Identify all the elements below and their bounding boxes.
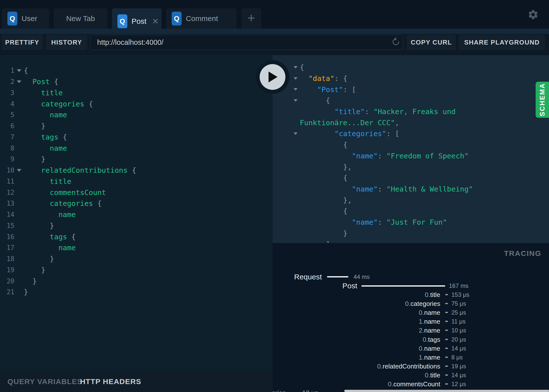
response-pane[interactable]: {"data": {"Post": [{"title": "Hacker, Fr… xyxy=(273,55,549,243)
editor-line[interactable]: 14name xyxy=(0,209,273,220)
editor-line[interactable]: 20} xyxy=(0,275,273,287)
resolver-duration: 75 μs xyxy=(451,299,466,308)
resolver-duration: 12 μs xyxy=(451,380,466,389)
code-text: name xyxy=(24,244,76,252)
query-editor-lines: 1{2Post {3title4categories {5name6}7tags… xyxy=(0,65,273,298)
fold-arrow-icon[interactable] xyxy=(294,99,298,102)
tracing-row: 1.name8 μs xyxy=(273,353,549,362)
tab-user[interactable]: Q User xyxy=(2,8,49,29)
resolver-path: 0.categories xyxy=(273,299,440,308)
schema-tab-button[interactable]: SCHEMA xyxy=(536,82,549,118)
tab-label: New Tab xyxy=(66,14,95,23)
code-text: commentsCount xyxy=(24,188,106,197)
editor-line[interactable]: 7tags { xyxy=(0,132,273,143)
line-number: 3 xyxy=(0,89,14,97)
response-line: }, xyxy=(273,195,549,206)
code-text: } xyxy=(24,122,45,130)
query-badge-icon: Q xyxy=(117,14,127,28)
close-tab-icon[interactable]: × xyxy=(152,16,159,26)
tracing-panel[interactable]: TRACING Request 44 ms Post 167 ms 0.titl… xyxy=(273,243,549,392)
line-number: 1 xyxy=(0,67,14,74)
editor-line[interactable]: 16tags { xyxy=(0,231,273,242)
execute-button[interactable] xyxy=(256,60,289,94)
play-icon xyxy=(267,71,278,83)
editor-line[interactable]: 5name xyxy=(0,109,273,121)
line-number: 5 xyxy=(0,111,14,119)
code-text: relatedContributions { xyxy=(24,166,136,174)
code-text: Funktionäre...Der CCC", xyxy=(273,119,399,127)
code-text: }, xyxy=(273,163,352,171)
editor-line[interactable]: 9} xyxy=(0,154,273,165)
fold-arrow-icon[interactable] xyxy=(17,169,21,172)
fold-arrow-icon[interactable] xyxy=(294,66,298,69)
tab-label: User xyxy=(22,14,37,23)
tracing-title: TRACING xyxy=(504,249,541,258)
execute-button-circle xyxy=(260,64,285,90)
fold-arrow-icon[interactable] xyxy=(294,88,298,91)
line-number: 2 xyxy=(0,78,14,85)
horizontal-scrollbar[interactable] xyxy=(344,390,549,392)
code-text: name xyxy=(24,210,76,219)
editor-line[interactable]: 17name xyxy=(0,242,273,253)
tracing-row: 0.title14 μs xyxy=(273,371,549,380)
code-text: name xyxy=(24,144,67,152)
editor-line[interactable]: 10relatedContributions { xyxy=(0,165,273,176)
code-text: } xyxy=(24,277,37,285)
tab-new-tab[interactable]: New Tab xyxy=(54,8,107,29)
query-badge-icon: Q xyxy=(172,12,182,25)
fold-arrow-icon[interactable] xyxy=(17,69,21,72)
resolver-path: 0.name xyxy=(273,344,440,353)
share-playground-button[interactable]: SHARE PLAYGROUND xyxy=(459,35,545,50)
copy-curl-button[interactable]: COPY CURL xyxy=(407,35,456,50)
resolver-duration: 8 μs xyxy=(451,353,463,362)
editor-line[interactable]: 15} xyxy=(0,220,273,231)
reload-icon[interactable] xyxy=(391,37,401,47)
editor-line[interactable]: 19} xyxy=(0,265,273,276)
query-variables-tab[interactable]: QUERY VARIABLES xyxy=(7,371,82,392)
line-number: 19 xyxy=(0,266,14,274)
response-line: Funktionäre...Der CCC", xyxy=(273,117,549,128)
editor-line[interactable]: 21} xyxy=(0,287,273,298)
editor-line[interactable]: 8name xyxy=(0,143,273,154)
editor-line[interactable]: 3title xyxy=(0,87,273,98)
resolver-path: 0.tags xyxy=(273,335,440,344)
editor-line[interactable]: 1{ xyxy=(0,65,273,76)
tab-post-active[interactable]: Q Post × xyxy=(112,8,162,34)
history-button[interactable]: HISTORY xyxy=(46,35,87,50)
editor-line[interactable]: 2Post { xyxy=(0,76,273,87)
line-number: 8 xyxy=(0,145,14,152)
http-headers-tab[interactable]: HTTP HEADERS xyxy=(80,371,141,392)
line-number: 13 xyxy=(0,200,14,207)
settings-gear-icon[interactable] xyxy=(527,9,539,20)
line-number: 10 xyxy=(0,167,14,174)
tab-label: Post xyxy=(132,17,146,25)
endpoint-url-input[interactable]: http://localhost:4000/ xyxy=(90,35,403,50)
resolver-path: 0.title xyxy=(273,290,440,299)
tab-comment[interactable]: Q Comment xyxy=(166,8,237,29)
code-text: "categories": [ xyxy=(273,129,399,138)
query-editor-pane[interactable]: 1{2Post {3title4categories {5name6}7tags… xyxy=(0,55,273,371)
response-lines: {"data": {"Post": [{"title": "Hacker, Fr… xyxy=(273,62,549,243)
editor-line[interactable]: 13categories { xyxy=(0,198,273,209)
code-text: } xyxy=(24,255,54,263)
fold-arrow-icon[interactable] xyxy=(17,80,21,83)
tracing-post-label: Post xyxy=(273,281,357,290)
code-text: { xyxy=(273,141,347,149)
resolver-duration: 19 μs xyxy=(451,362,466,371)
response-line: "name": "Freedom of Speech" xyxy=(273,150,549,162)
line-number: 21 xyxy=(0,288,14,296)
code-text: title xyxy=(24,89,63,97)
response-line: { xyxy=(273,139,549,150)
code-text: "name": "Just For Fun" xyxy=(273,218,447,226)
resolver-bar xyxy=(445,339,448,340)
prettify-button[interactable]: PRETTIFY xyxy=(1,35,43,50)
fold-arrow-icon[interactable] xyxy=(294,77,298,80)
editor-line[interactable]: 6} xyxy=(0,121,273,132)
add-tab-button[interactable]: + xyxy=(241,8,261,29)
fold-arrow-icon[interactable] xyxy=(294,132,298,135)
editor-line[interactable]: 12commentsCount xyxy=(0,187,273,198)
editor-line[interactable]: 4categories { xyxy=(0,98,273,109)
editor-line[interactable]: 11title xyxy=(0,176,273,187)
editor-line[interactable]: 18} xyxy=(0,253,273,265)
response-line: "name": "Health & Wellbeing" xyxy=(273,184,549,195)
